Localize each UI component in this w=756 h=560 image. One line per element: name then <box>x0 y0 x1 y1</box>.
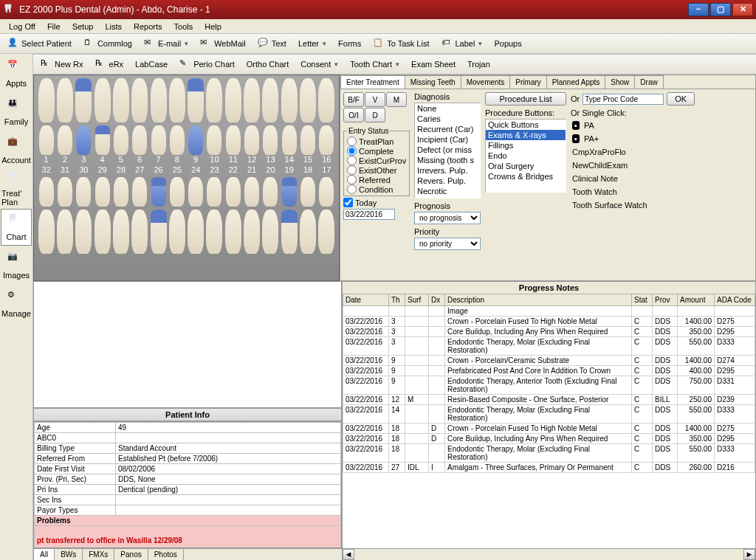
progress-row[interactable]: 03/22/201612MResin-Based Composite - One… <box>343 395 755 405</box>
surface-oi[interactable]: O/I <box>343 108 364 122</box>
tooth[interactable] <box>207 177 221 207</box>
tooth[interactable] <box>57 210 73 254</box>
progress-row[interactable]: 03/22/201618DCore Buildup, Including Any… <box>343 434 755 444</box>
tooth[interactable] <box>151 125 166 155</box>
tooth[interactable] <box>282 177 297 207</box>
module-treat-plan[interactable]: 🦷Treat' Plan <box>1 170 32 207</box>
entry-status-existother[interactable]: ExistOther <box>347 165 406 175</box>
tooth[interactable] <box>319 125 334 155</box>
menu-setup[interactable]: Setup <box>66 21 100 32</box>
surface-v[interactable]: V <box>365 92 385 107</box>
diagnosis-item[interactable]: Recurrent (Car) <box>415 124 480 134</box>
tooth[interactable] <box>206 210 222 254</box>
tooth[interactable] <box>263 177 278 207</box>
tooth[interactable] <box>75 210 92 254</box>
progress-row[interactable]: 03/22/20169Prefabricated Post And Core I… <box>343 366 755 376</box>
progress-col-header[interactable]: Surf <box>405 294 429 306</box>
procedure-buttons-list[interactable]: Quick ButtonsExams & X-raysFillingsEndoO… <box>485 119 566 193</box>
tooth[interactable] <box>132 125 147 155</box>
tbtn-erx[interactable]: ℞eRx <box>90 56 129 72</box>
progress-row[interactable]: 03/22/20163Endodontic Therapy, Molar (Ex… <box>343 337 755 356</box>
entry-status-existcurprov[interactable]: ExistCurProv <box>347 156 406 165</box>
patient-info-row[interactable]: Prov. (Pri, Sec)DDS, None <box>35 474 341 485</box>
patient-info-row[interactable]: Sec Ins <box>35 495 341 505</box>
img-tab-bws[interactable]: BWs <box>54 549 83 560</box>
tooth[interactable] <box>281 78 298 122</box>
progress-col-header[interactable]: Date <box>343 294 389 306</box>
module-images[interactable]: 📷Images <box>1 247 32 284</box>
proc-button-item[interactable]: Oral Surgery <box>486 161 566 171</box>
tooth[interactable] <box>226 177 241 207</box>
module-manage[interactable]: ⚙Manage <box>1 286 32 322</box>
tab-planned-appts[interactable]: Planned Appts <box>546 75 606 89</box>
procedure-list-button[interactable]: Procedure List <box>485 92 566 106</box>
module-chart[interactable]: 🦷Chart <box>1 209 32 246</box>
tooth[interactable] <box>319 177 334 207</box>
tooth[interactable] <box>207 125 221 155</box>
entry-status-treatplan[interactable]: TreatPlan <box>347 136 406 146</box>
tooth[interactable] <box>244 125 259 155</box>
tbtn-popups[interactable]: Popups <box>489 37 526 50</box>
progress-row[interactable]: 03/22/201618DCrown - Porcelain Fused To … <box>343 424 755 434</box>
module-appts[interactable]: 📅Appts <box>1 55 32 92</box>
tbtn-to-task-list[interactable]: 📋To Task List <box>368 35 434 52</box>
tooth[interactable] <box>132 177 147 207</box>
single-click-item[interactable]: Tooth Surface Watch <box>571 198 752 212</box>
horizontal-scrollbar[interactable]: ◄► <box>343 548 755 560</box>
tooth[interactable] <box>76 125 91 155</box>
tooth[interactable] <box>244 210 260 254</box>
tooth[interactable] <box>38 78 55 122</box>
single-click-item[interactable]: Tooth Watch <box>571 185 752 198</box>
proc-code-input[interactable] <box>583 94 664 105</box>
menu-log-off[interactable]: Log Off <box>3 21 41 32</box>
tooth[interactable] <box>244 177 259 207</box>
tooth[interactable] <box>188 125 203 155</box>
single-click-item[interactable]: ▪PA <box>571 119 752 132</box>
tbtn-select-patient[interactable]: 👤Select Patient <box>2 35 77 52</box>
tooth[interactable] <box>131 78 148 122</box>
priority-select[interactable]: no priority <box>414 238 481 250</box>
ok-button[interactable]: OK <box>667 92 695 106</box>
tooth[interactable] <box>94 210 111 254</box>
tooth[interactable] <box>318 78 334 122</box>
diagnosis-item[interactable]: Defect (or miss <box>415 145 480 155</box>
menu-file[interactable]: File <box>41 21 66 32</box>
diagnosis-item[interactable]: None <box>415 103 480 114</box>
img-tab-all[interactable]: All <box>33 549 55 560</box>
patient-info-row[interactable]: Date First Visit08/02/2006 <box>35 464 341 474</box>
tooth-chart[interactable]: 12345678910111213141516 3231302928272625… <box>33 75 340 281</box>
tbtn-exam-sheet[interactable]: Exam Sheet <box>406 58 461 71</box>
tooth[interactable] <box>114 177 128 207</box>
tooth[interactable] <box>225 78 241 122</box>
tooth[interactable] <box>300 125 315 155</box>
tbtn-trojan[interactable]: Trojan <box>462 58 495 71</box>
patient-info-row[interactable]: Referred FromEstablished Pt (before 7/20… <box>35 454 341 464</box>
tooth[interactable] <box>300 177 315 207</box>
proc-button-item[interactable]: Endo <box>486 151 566 161</box>
tbtn-ortho-chart[interactable]: Ortho Chart <box>241 58 294 71</box>
single-click-item[interactable]: ▪PA+ <box>571 132 752 145</box>
menu-help[interactable]: Help <box>199 21 227 32</box>
diagnosis-item[interactable]: Necrotic <box>415 186 480 196</box>
tooth[interactable] <box>188 177 203 207</box>
tooth[interactable] <box>170 125 185 155</box>
maximize-button[interactable]: ▢ <box>710 3 731 16</box>
diagnosis-list[interactable]: NoneCariesRecurrent (Car)Incipient (Car)… <box>414 103 481 198</box>
proc-button-item[interactable]: Crowns & Bridges <box>486 171 566 182</box>
proc-button-item[interactable]: Exams & X-rays <box>486 130 566 140</box>
tooth[interactable] <box>114 125 128 155</box>
tbtn-webmail[interactable]: ✉WebMail <box>195 35 251 52</box>
tbtn-label[interactable]: 🏷Label <box>436 35 488 52</box>
progress-col-header[interactable]: Dx <box>429 294 445 306</box>
tooth[interactable] <box>151 177 166 207</box>
tbtn-labcase[interactable]: LabCase <box>130 58 173 71</box>
minimize-button[interactable]: − <box>688 3 709 16</box>
tooth[interactable] <box>206 78 222 122</box>
patient-info-row[interactable]: Age49 <box>35 423 341 433</box>
tab-missing-teeth[interactable]: Missing Teeth <box>405 75 461 89</box>
tab-enter-treatment[interactable]: Enter Treatment <box>340 75 405 89</box>
entry-status-referred[interactable]: Referred <box>347 175 406 184</box>
tooth[interactable] <box>282 125 297 155</box>
single-click-item[interactable]: NewChildExam <box>571 159 752 172</box>
patient-info-row[interactable]: Payor Types <box>35 505 341 516</box>
